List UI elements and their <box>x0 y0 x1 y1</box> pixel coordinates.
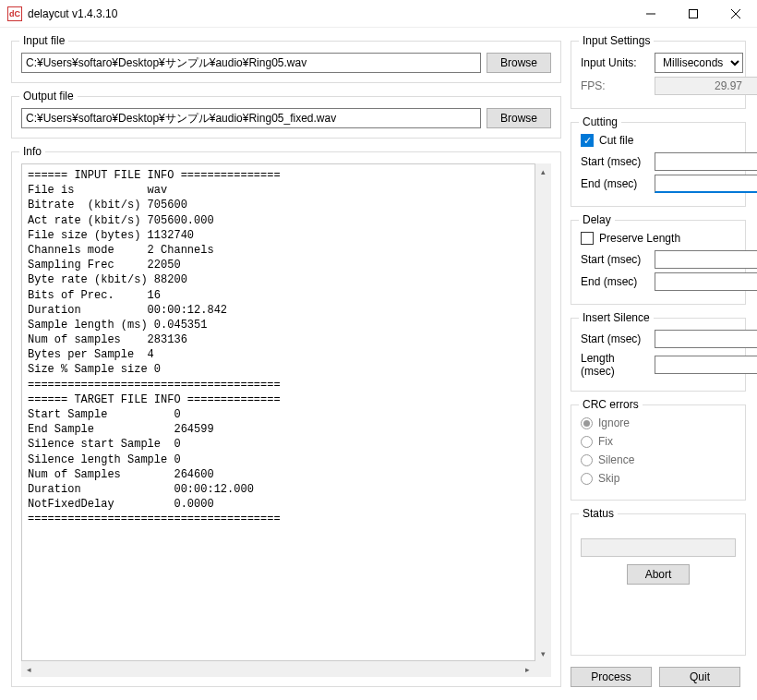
status-progress <box>581 538 736 557</box>
input-units-label: Input Units: <box>581 56 649 69</box>
input-settings-label: Input Settings <box>579 34 654 47</box>
crc-group: CRC errors Ignore Fix Silence Skip <box>571 404 746 501</box>
scroll-down-icon[interactable]: ▾ <box>535 646 551 661</box>
scroll-right-icon[interactable]: ▸ <box>520 661 535 677</box>
crc-silence-radio <box>581 454 593 466</box>
crc-fix-row: Fix <box>581 435 736 448</box>
crc-fix-label: Fix <box>598 435 613 448</box>
cut-file-label: Cut file <box>599 134 633 147</box>
delay-start-input[interactable] <box>655 250 757 269</box>
delay-label: Delay <box>579 213 615 226</box>
input-browse-button[interactable]: Browse <box>487 53 551 73</box>
cutting-end-label: End (msec) <box>581 177 649 190</box>
svg-rect-1 <box>690 9 698 18</box>
abort-button[interactable]: Abort <box>627 564 690 585</box>
crc-skip-radio <box>581 473 593 485</box>
info-group: Info ====== INPUT FILE INFO ============… <box>11 151 561 687</box>
input-units-select[interactable]: Milliseconds <box>655 53 743 73</box>
crc-fix-radio <box>581 436 593 448</box>
silence-start-label: Start (msec) <box>581 332 649 345</box>
crc-label: CRC errors <box>579 398 643 411</box>
fps-label: FPS: <box>581 79 649 92</box>
horizontal-scrollbar[interactable] <box>21 661 535 677</box>
app-icon: dC <box>7 6 22 21</box>
delay-start-label: Start (msec) <box>581 253 649 266</box>
preserve-length-label: Preserve Length <box>599 232 680 245</box>
cutting-start-label: Start (msec) <box>581 155 649 168</box>
scroll-up-icon[interactable]: ▴ <box>535 163 551 179</box>
crc-silence-label: Silence <box>598 453 634 466</box>
delay-end-input[interactable] <box>655 272 757 291</box>
cutting-start-input[interactable] <box>655 152 757 171</box>
info-text[interactable]: ====== INPUT FILE INFO =============== F… <box>21 163 535 661</box>
delay-end-label: End (msec) <box>581 275 649 288</box>
crc-ignore-label: Ignore <box>598 416 630 429</box>
output-file-path[interactable] <box>21 108 481 128</box>
maximize-button[interactable] <box>672 0 715 28</box>
silence-length-input[interactable] <box>655 356 757 374</box>
silence-group: Insert Silence Start (msec) Length (msec… <box>571 318 746 392</box>
cutting-group: Cutting ✓ Cut file Start (msec) End (mse… <box>571 122 746 207</box>
cut-file-checkbox[interactable]: ✓ <box>581 134 594 147</box>
status-group: Status Abort <box>571 513 746 656</box>
crc-ignore-row: Ignore <box>581 416 736 429</box>
crc-ignore-radio <box>581 417 593 429</box>
minimize-button[interactable] <box>630 0 672 28</box>
titlebar: dC delaycut v1.4.3.10 <box>0 0 757 28</box>
silence-length-label: Length (msec) <box>581 352 649 378</box>
cutting-end-input[interactable] <box>655 175 757 193</box>
vertical-scrollbar[interactable] <box>535 163 551 661</box>
close-button[interactable] <box>715 0 757 28</box>
window-title: delaycut v1.4.3.10 <box>28 7 630 20</box>
input-settings-group: Input Settings Input Units: Milliseconds… <box>571 41 746 109</box>
input-file-group: Input file Browse <box>11 41 561 83</box>
preserve-length-checkbox-row[interactable]: Preserve Length <box>581 232 736 245</box>
output-file-label: Output file <box>19 90 78 103</box>
scroll-left-icon[interactable]: ◂ <box>21 661 37 677</box>
silence-label: Insert Silence <box>579 311 654 324</box>
preserve-length-checkbox[interactable] <box>581 232 594 245</box>
process-button[interactable]: Process <box>571 667 652 687</box>
crc-skip-row: Skip <box>581 472 736 485</box>
status-label: Status <box>579 507 618 520</box>
silence-start-input[interactable] <box>655 330 757 348</box>
quit-button[interactable]: Quit <box>659 667 740 687</box>
output-file-group: Output file Browse <box>11 96 561 139</box>
delay-group: Delay Preserve Length Start (msec) End (… <box>571 220 746 305</box>
output-browse-button[interactable]: Browse <box>487 108 551 128</box>
crc-skip-label: Skip <box>598 472 619 485</box>
input-file-label: Input file <box>19 34 68 47</box>
info-label: Info <box>19 145 45 158</box>
scrollbar-corner <box>535 661 551 677</box>
input-file-path[interactable] <box>21 53 481 73</box>
cutting-label: Cutting <box>579 115 621 128</box>
cut-file-checkbox-row[interactable]: ✓ Cut file <box>581 134 736 147</box>
crc-silence-row: Silence <box>581 453 736 466</box>
fps-input <box>655 77 757 95</box>
